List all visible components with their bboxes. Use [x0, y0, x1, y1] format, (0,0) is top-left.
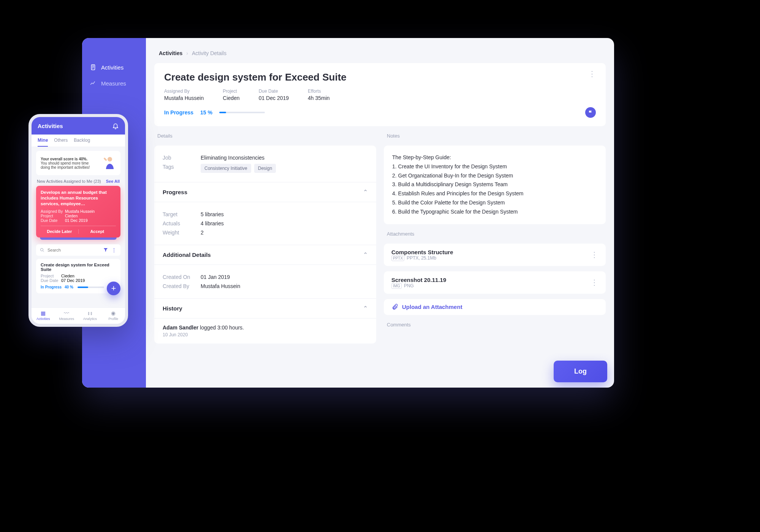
chevron-right-icon: › [186, 50, 188, 56]
sidebar-item-measures[interactable]: Measures [82, 75, 146, 91]
person-waving-icon [99, 155, 116, 171]
note-line: 6. Build the Typographic Scale for the D… [392, 207, 597, 217]
attachment-title: Components Structure [391, 249, 591, 255]
percent-label: 40 % [65, 285, 74, 289]
more-icon[interactable]: ⋮ [591, 252, 598, 257]
status-badge: In Progress [41, 285, 62, 289]
clipboard-icon: ▦ [32, 310, 55, 316]
user-icon: ◉ [102, 310, 125, 316]
nav-analytics[interactable]: ⫾⫾Analytics [78, 308, 102, 324]
progress-header[interactable]: Progress⌃ [154, 182, 376, 202]
bell-icon[interactable] [112, 122, 119, 129]
tab-others[interactable]: Others [54, 138, 68, 147]
field-value: Cieden [61, 274, 74, 278]
decide-later-button[interactable]: Decide Later [41, 229, 79, 234]
breadcrumb-root[interactable]: Activities [159, 50, 182, 56]
log-button[interactable]: Log [554, 361, 607, 382]
pending-activity-card[interactable]: Develops an annual budget that includes … [36, 186, 120, 238]
nav-profile[interactable]: ◉Profile [102, 308, 125, 324]
field-value: 4 libraries [201, 220, 224, 226]
field-label: Project [41, 214, 65, 218]
search-input[interactable] [48, 248, 100, 252]
attachment-row[interactable]: Components Structure PPTXPPTX, 25.1Mb ⋮ [384, 244, 606, 266]
desktop-window: Activities Measures Activities › Activit… [82, 38, 614, 388]
card-title: Develops an annual budget that includes … [41, 190, 116, 207]
notes-card: The Step-by-Step Guide: 1. Create the UI… [384, 146, 606, 224]
more-icon[interactable]: ⋮ [111, 247, 117, 253]
chevron-up-icon: ⌃ [363, 188, 368, 196]
field-label: Due Date [41, 278, 61, 283]
nav-label: Profile [108, 317, 118, 321]
attachment-row[interactable]: Screenshot 20.11.19 IMGPNG ⋮ [384, 271, 606, 294]
details-panel: JobEliminating Inconsistencies Tags Cons… [154, 146, 376, 344]
status-badge: In Progress [164, 109, 193, 116]
sidebar-item-activities[interactable]: Activities [82, 59, 146, 75]
chart-line-icon [90, 80, 97, 87]
flag-icon[interactable] [585, 107, 596, 118]
note-line: 5. Build the Color Palette for the Desig… [392, 198, 597, 207]
attachment-meta: PPTX, 25.1Mb [407, 255, 436, 261]
section-label: Details [154, 131, 376, 140]
phone-tabs: Mine Others Backlog [32, 135, 125, 147]
chevron-up-icon: ⌃ [363, 251, 368, 258]
field-value: 5 libraries [201, 211, 224, 217]
field-value: 01 Dec 2019 [65, 218, 88, 223]
meta-value: 4h 35min [308, 95, 330, 101]
meta-value: Mustafa Hussein [164, 95, 204, 101]
field-label: Assigned By [41, 209, 65, 214]
attachment-meta: PNG [404, 283, 414, 288]
note-line: 3. Build a Multidisciplinary Design Syst… [392, 180, 597, 189]
upload-attachment-button[interactable]: Upload an Attachment [384, 299, 606, 315]
tab-mine[interactable]: Mine [38, 138, 48, 147]
field-label: Job [163, 155, 201, 161]
note-line: 1. Create the UI Inventory for the Desig… [392, 162, 597, 171]
tag[interactable]: Design [254, 164, 276, 173]
tip-heading: Your overall score is 40%. [41, 157, 87, 161]
meta-label: Assigned By [164, 89, 204, 94]
section-label: Comments [384, 320, 606, 329]
panel-title: Additional Details [163, 252, 211, 258]
nav-measures[interactable]: 〰Measures [55, 308, 79, 324]
field-label: Due Date [41, 218, 65, 223]
additional-header[interactable]: Additional Details⌃ [154, 245, 376, 265]
meta-value: 01 Dec 2019 [259, 95, 289, 101]
history-date: 10 Jun 2020 [163, 332, 368, 337]
nav-label: Activities [36, 317, 50, 321]
paperclip-icon [391, 304, 398, 310]
section-label: Notes [384, 131, 606, 140]
meta-label: Efforts [308, 89, 330, 94]
field-value: Eliminating Inconsistencies [201, 155, 264, 161]
field-label: Created On [163, 274, 201, 280]
phone-title: Activities [38, 123, 63, 129]
search-icon [40, 248, 44, 252]
chart-line-icon: 〰 [55, 310, 79, 316]
nav-label: Measures [59, 317, 74, 321]
phone-mockup: Activities Mine Others Backlog Your over… [28, 114, 128, 327]
svg-point-2 [41, 248, 43, 251]
tab-backlog[interactable]: Backlog [74, 138, 90, 147]
bar-chart-icon: ⫾⫾ [78, 310, 102, 316]
note-line: 4. Establish Rules and Principles for th… [392, 189, 597, 198]
search-bar[interactable]: ⋮ [36, 244, 120, 256]
activity-hero-card: Create design system for Exceed Suite ⋮ … [154, 63, 606, 126]
tag-list: Consistency Initiative Design [201, 164, 276, 173]
tip-text: You should spend more time doing the imp… [41, 161, 90, 169]
more-icon[interactable]: ⋮ [588, 71, 596, 76]
filter-icon[interactable] [103, 247, 108, 253]
history-header[interactable]: History⌃ [154, 298, 376, 318]
more-icon[interactable]: ⋮ [591, 280, 598, 285]
card-stack-shadow [40, 238, 117, 240]
attachment-title: Screenshot 20.11.19 [391, 277, 591, 283]
meta-label: Project [223, 89, 239, 94]
phone-header: Activities [32, 117, 125, 135]
history-text: logged 3:00 hours. [198, 325, 244, 331]
clipboard-icon [90, 64, 97, 71]
see-all-link[interactable]: See All [106, 179, 120, 184]
chevron-up-icon: ⌃ [363, 305, 368, 312]
panel-title: History [163, 305, 182, 312]
accept-button[interactable]: Accept [79, 229, 116, 234]
field-value: 2 [201, 230, 204, 236]
nav-activities[interactable]: ▦Activities [32, 308, 55, 324]
add-fab-button[interactable]: + [107, 282, 120, 295]
tag[interactable]: Consistency Initiative [201, 164, 251, 173]
